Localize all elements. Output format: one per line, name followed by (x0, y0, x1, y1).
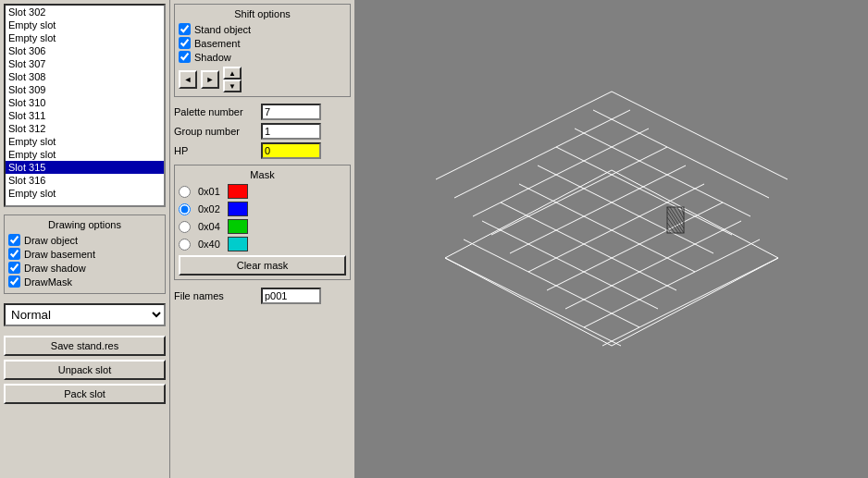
svg-line-12 (473, 129, 649, 216)
mask-0x01-label: 0x01 (198, 186, 220, 197)
shadow-checkbox[interactable] (179, 51, 191, 63)
normal-dropdown[interactable]: Normal Additive Subtractive (4, 303, 166, 326)
shift-options-group: Shift options Stand object Basement Shad… (174, 4, 351, 97)
grid-svg (399, 64, 825, 415)
mask-row-0x02: 0x02 (179, 202, 346, 216)
mask-0x04-swatch (228, 219, 248, 234)
svg-line-2 (575, 129, 750, 216)
hp-label: HP (174, 145, 257, 156)
shadow-row: Shadow (179, 51, 346, 63)
draw-mask-checkbox[interactable] (8, 276, 20, 288)
stand-object-row: Stand object (179, 23, 346, 35)
slot-list-item[interactable]: Empty slot (6, 18, 164, 31)
mask-0x02-swatch (228, 202, 248, 216)
palette-number-row: Palette number (174, 104, 351, 120)
shift-left-button[interactable]: ◄ (179, 70, 197, 89)
basement-label: Basement (194, 38, 241, 49)
mask-group: Mask 0x01 0x02 0x04 0x40 Clear mask (174, 165, 351, 280)
palette-number-input[interactable] (261, 104, 321, 120)
shift-right-button[interactable]: ► (201, 70, 219, 89)
draw-mask-row: DrawMask (8, 276, 161, 288)
clear-mask-button[interactable]: Clear mask (179, 255, 346, 276)
svg-line-19 (602, 258, 778, 346)
slot-list-item[interactable]: Empty slot (6, 135, 164, 148)
slot-list-item[interactable]: Slot 316 (6, 174, 164, 187)
mask-0x04-label: 0x04 (198, 221, 220, 232)
group-number-input[interactable] (261, 123, 321, 140)
slot-list-item[interactable]: Slot 306 (6, 44, 164, 57)
slot-list: Slot 302Empty slotEmpty slotSlot 306Slot… (6, 6, 164, 200)
slot-list-item[interactable]: Slot 308 (6, 70, 164, 83)
svg-line-7 (482, 221, 658, 309)
draw-shadow-label: Draw shadow (24, 263, 86, 274)
normal-dropdown-container: Normal Additive Subtractive (4, 303, 166, 326)
file-names-row: File names (174, 288, 351, 304)
draw-basement-checkbox[interactable] (8, 248, 20, 260)
stand-object-checkbox[interactable] (179, 23, 191, 35)
slot-list-item[interactable]: Slot 310 (6, 96, 164, 109)
shift-options-title: Shift options (179, 8, 346, 19)
drawing-options-title: Drawing options (8, 219, 161, 230)
mask-0x02-radio[interactable] (179, 203, 191, 215)
mask-0x01-radio[interactable] (179, 186, 191, 198)
left-panel: Slot 302Empty slotEmpty slotSlot 306Slot… (0, 0, 170, 478)
updown-buttons: ▲ ▼ (223, 67, 242, 92)
file-names-label: File names (174, 290, 257, 301)
slot-list-item[interactable]: Slot 302 (6, 6, 164, 18)
slot-list-item[interactable]: Slot 307 (6, 57, 164, 70)
slot-list-item[interactable]: Empty slot (6, 31, 164, 44)
basement-checkbox[interactable] (179, 37, 191, 49)
save-stand-res-button[interactable]: Save stand.res (4, 336, 166, 356)
slot-list-item[interactable]: Slot 315 (6, 161, 164, 174)
basement-row: Basement (179, 37, 346, 49)
slot-list-item[interactable]: Empty slot (6, 187, 164, 200)
draw-object-label: Draw object (24, 235, 78, 246)
group-number-row: Group number (174, 123, 351, 140)
shift-controls: ◄ ► ▲ ▼ (179, 67, 346, 92)
palette-number-label: Palette number (174, 106, 257, 117)
draw-object-checkbox[interactable] (8, 234, 20, 246)
stand-object-label: Stand object (194, 24, 251, 35)
svg-line-9 (445, 258, 621, 346)
draw-object-row: Draw object (8, 234, 161, 246)
file-names-input[interactable] (261, 288, 321, 304)
slot-list-item[interactable]: Slot 312 (6, 122, 164, 135)
svg-line-20 (445, 258, 612, 346)
hp-row: HP (174, 142, 351, 159)
mask-title: Mask (179, 169, 346, 180)
field-group: Palette number Group number HP (174, 101, 351, 162)
hp-input[interactable] (261, 142, 321, 159)
svg-line-22 (445, 170, 612, 258)
unpack-slot-button[interactable]: Unpack slot (4, 360, 166, 380)
slot-list-item[interactable]: Empty slot (6, 148, 164, 161)
svg-line-6 (501, 202, 676, 290)
canvas-area (355, 0, 868, 478)
slot-list-item[interactable]: Slot 309 (6, 83, 164, 96)
draw-shadow-checkbox[interactable] (8, 262, 20, 274)
mask-row-0x01: 0x01 (179, 184, 346, 199)
shift-down-button[interactable]: ▼ (223, 80, 242, 92)
group-number-label: Group number (174, 126, 257, 137)
shift-up-button[interactable]: ▲ (223, 67, 242, 80)
svg-line-32 (667, 223, 675, 233)
draw-basement-row: Draw basement (8, 248, 161, 260)
mask-0x40-radio[interactable] (179, 239, 191, 251)
mask-row-0x04: 0x04 (179, 219, 346, 234)
slot-list-container[interactable]: Slot 302Empty slotEmpty slotSlot 306Slot… (4, 4, 166, 207)
svg-line-3 (556, 147, 732, 235)
svg-line-1 (593, 110, 769, 198)
svg-line-10 (436, 92, 612, 179)
mask-0x04-radio[interactable] (179, 221, 191, 233)
mask-0x02-label: 0x02 (198, 203, 220, 214)
svg-line-30 (667, 212, 681, 233)
bottom-buttons: Save stand.res Unpack slot Pack slot (0, 332, 169, 408)
pack-slot-button[interactable]: Pack slot (4, 384, 166, 404)
svg-line-23 (612, 170, 778, 258)
svg-line-21 (612, 258, 778, 346)
shadow-label: Shadow (194, 52, 231, 63)
draw-mask-label: DrawMask (24, 276, 72, 288)
draw-shadow-row: Draw shadow (8, 262, 161, 274)
drawing-options-group: Drawing options Draw object Draw basemen… (4, 214, 166, 294)
slot-list-item[interactable]: Slot 311 (6, 109, 164, 122)
mask-0x40-label: 0x40 (198, 239, 220, 250)
